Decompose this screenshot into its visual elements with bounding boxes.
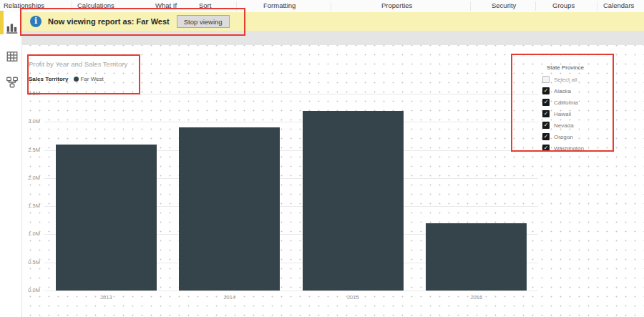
menu-bar: Relationships Calculations What If Sort … bbox=[0, 0, 644, 12]
menu-item[interactable]: Groups bbox=[552, 1, 575, 9]
menu-separator bbox=[470, 1, 471, 11]
slicer-item[interactable]: ✓ Alaska bbox=[541, 85, 620, 97]
y-axis-tick-label: 1.5M bbox=[16, 203, 40, 209]
state-province-slicer: State Province Select all ✓ Alaska ✓ Cal… bbox=[541, 64, 620, 154]
info-icon: i bbox=[30, 16, 42, 27]
chart-legend: Sales Territory Far West bbox=[29, 75, 104, 82]
legend-title: Sales Territory bbox=[29, 76, 68, 82]
checkbox-checked-icon[interactable]: ✓ bbox=[542, 122, 550, 129]
stop-viewing-button[interactable]: Stop viewing bbox=[177, 15, 230, 28]
x-axis-label: 2016 bbox=[455, 294, 498, 301]
menu-separator bbox=[236, 1, 237, 11]
menu-separator bbox=[331, 1, 331, 11]
menu-item[interactable]: Calendars bbox=[603, 1, 634, 9]
y-axis-tick-label: 2.0M bbox=[16, 175, 40, 181]
x-axis-label: 2014 bbox=[208, 294, 251, 301]
gridline bbox=[44, 94, 538, 94]
bar-chart-plot-area: 0.0M0.5M1.0M1.5M2.0M2.5M3.0M3.5M20132014… bbox=[44, 94, 538, 291]
bar-2013[interactable] bbox=[56, 145, 157, 291]
bar-2015[interactable] bbox=[303, 111, 404, 291]
checkbox-unchecked-icon[interactable] bbox=[542, 76, 550, 83]
chart-title: Profit by Year and Sales Territory bbox=[29, 60, 127, 68]
canvas-top-margin bbox=[21, 31, 644, 45]
active-view-indicator bbox=[0, 11, 4, 34]
view-sidebar bbox=[0, 12, 22, 317]
model-view-button[interactable] bbox=[6, 76, 19, 89]
bar-chart-icon bbox=[6, 21, 19, 34]
slicer-item-label: Hawaii bbox=[554, 111, 571, 117]
viewing-as-message: Now viewing report as: Far West bbox=[48, 17, 170, 26]
bar-2016[interactable] bbox=[426, 223, 527, 291]
slicer-item-label: Oregon bbox=[554, 134, 573, 140]
y-axis-tick-label: 2.5M bbox=[16, 147, 40, 153]
menu-separator bbox=[72, 1, 72, 11]
gridline bbox=[44, 291, 538, 291]
menu-separator bbox=[535, 1, 536, 11]
x-axis-label: 2013 bbox=[84, 294, 127, 301]
checkbox-checked-icon[interactable]: ✓ bbox=[542, 110, 550, 117]
legend-series-label: Far West bbox=[80, 76, 103, 82]
menu-item[interactable]: Formatting bbox=[263, 1, 296, 9]
x-axis-label: 2015 bbox=[331, 294, 374, 301]
menu-item[interactable]: What If bbox=[155, 1, 177, 9]
slicer-item[interactable]: ✓ Hawaii bbox=[541, 108, 620, 120]
y-axis-tick-label: 1.0M bbox=[16, 230, 40, 237]
slicer-item-label: Select all bbox=[554, 77, 577, 83]
data-view-button[interactable] bbox=[6, 50, 19, 63]
slicer-item[interactable]: ✓ California bbox=[541, 97, 620, 108]
gridline bbox=[44, 122, 538, 122]
slicer-item[interactable]: ✓ Washington bbox=[541, 142, 620, 154]
checkbox-checked-icon[interactable]: ✓ bbox=[542, 145, 550, 152]
report-view-button[interactable] bbox=[6, 21, 19, 34]
y-axis-tick-label: 3.0M bbox=[16, 118, 40, 125]
checkbox-checked-icon[interactable]: ✓ bbox=[542, 99, 550, 106]
slicer-item-label: Nevada bbox=[554, 122, 574, 129]
checkbox-checked-icon[interactable]: ✓ bbox=[542, 87, 550, 94]
bar-2014[interactable] bbox=[179, 127, 280, 291]
slicer-item-label: Washington bbox=[554, 145, 584, 152]
slicer-item[interactable]: ✓ Oregon bbox=[541, 131, 620, 142]
viewing-as-banner: i Now viewing report as: Far West Stop v… bbox=[21, 12, 644, 31]
y-axis-tick-label: 0.0M bbox=[16, 287, 40, 293]
legend-bullet-icon bbox=[74, 77, 79, 82]
menu-item[interactable]: Properties bbox=[381, 1, 412, 9]
menu-item[interactable]: Calculations bbox=[77, 1, 114, 9]
menu-item[interactable]: Relationships bbox=[4, 1, 44, 9]
y-axis-tick-label: 0.5M bbox=[16, 259, 40, 265]
table-grid-icon bbox=[6, 50, 19, 63]
model-relationships-icon bbox=[6, 76, 19, 89]
slicer-item-label: California bbox=[554, 99, 578, 106]
slicer-item-label: Alaska bbox=[554, 88, 571, 94]
y-axis-tick-label: 3.5M bbox=[16, 90, 40, 97]
slicer-title: State Province bbox=[547, 64, 620, 71]
menu-item[interactable]: Sort bbox=[199, 1, 211, 9]
slicer-select-all[interactable]: Select all bbox=[541, 74, 620, 85]
menu-item[interactable]: Security bbox=[492, 1, 516, 9]
checkbox-checked-icon[interactable]: ✓ bbox=[542, 133, 550, 140]
menu-separator bbox=[597, 1, 597, 11]
slicer-item[interactable]: ✓ Nevada bbox=[541, 120, 620, 131]
